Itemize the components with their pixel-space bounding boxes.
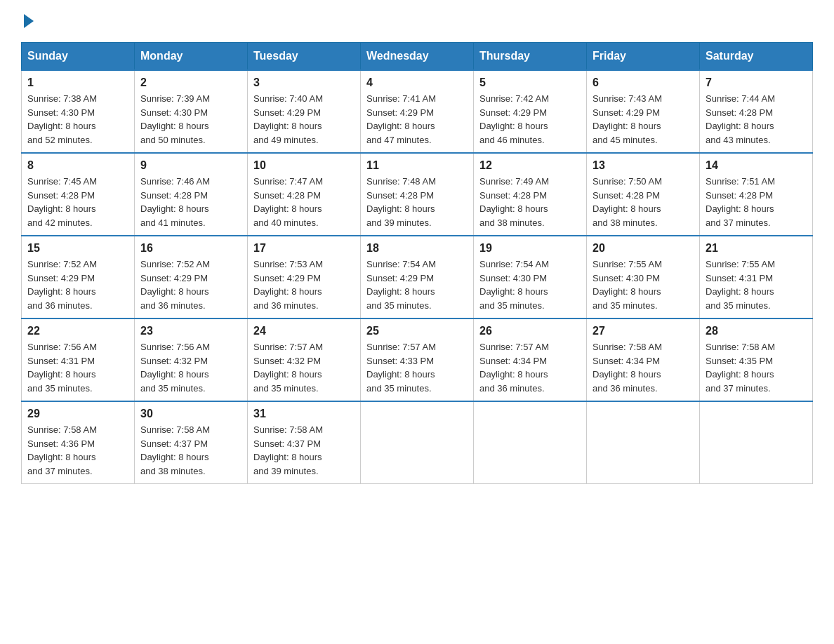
weekday-header-row: SundayMondayTuesdayWednesdayThursdayFrid… <box>22 43 813 71</box>
day-number: 31 <box>253 408 355 420</box>
day-number: 4 <box>366 76 468 89</box>
day-number: 17 <box>253 242 355 255</box>
calendar-cell: 5 Sunrise: 7:42 AM Sunset: 4:29 PM Dayli… <box>474 70 587 153</box>
day-number: 8 <box>27 159 128 172</box>
week-row-5: 29 Sunrise: 7:58 AM Sunset: 4:36 PM Dayl… <box>22 401 813 484</box>
day-info: Sunrise: 7:52 AM Sunset: 4:29 PM Dayligh… <box>140 257 241 312</box>
calendar-cell: 10 Sunrise: 7:47 AM Sunset: 4:28 PM Dayl… <box>248 153 361 236</box>
calendar-cell: 3 Sunrise: 7:40 AM Sunset: 4:29 PM Dayli… <box>248 70 361 153</box>
calendar-cell: 20 Sunrise: 7:55 AM Sunset: 4:30 PM Dayl… <box>587 236 700 318</box>
calendar-table: SundayMondayTuesdayWednesdayThursdayFrid… <box>21 42 813 484</box>
day-number: 13 <box>593 159 694 172</box>
day-info: Sunrise: 7:58 AM Sunset: 4:36 PM Dayligh… <box>27 423 128 478</box>
calendar-cell: 6 Sunrise: 7:43 AM Sunset: 4:29 PM Dayli… <box>587 70 700 153</box>
calendar-cell: 9 Sunrise: 7:46 AM Sunset: 4:28 PM Dayli… <box>135 153 248 236</box>
day-number: 1 <box>27 76 128 89</box>
day-info: Sunrise: 7:42 AM Sunset: 4:29 PM Dayligh… <box>479 92 581 147</box>
calendar-cell: 27 Sunrise: 7:58 AM Sunset: 4:34 PM Dayl… <box>587 318 700 401</box>
weekday-header-sunday: Sunday <box>22 43 135 71</box>
day-number: 14 <box>706 159 807 172</box>
calendar-cell: 23 Sunrise: 7:56 AM Sunset: 4:32 PM Dayl… <box>135 318 248 401</box>
calendar-cell: 30 Sunrise: 7:58 AM Sunset: 4:37 PM Dayl… <box>135 401 248 484</box>
logo <box>21 14 34 28</box>
day-number: 12 <box>479 159 581 172</box>
calendar-cell: 12 Sunrise: 7:49 AM Sunset: 4:28 PM Dayl… <box>474 153 587 236</box>
calendar-cell <box>361 401 474 484</box>
calendar-cell: 16 Sunrise: 7:52 AM Sunset: 4:29 PM Dayl… <box>135 236 248 318</box>
day-number: 18 <box>366 242 468 255</box>
day-number: 22 <box>27 325 128 337</box>
calendar-cell: 11 Sunrise: 7:48 AM Sunset: 4:28 PM Dayl… <box>361 153 474 236</box>
weekday-header-thursday: Thursday <box>474 43 587 71</box>
day-info: Sunrise: 7:58 AM Sunset: 4:37 PM Dayligh… <box>140 423 241 478</box>
day-info: Sunrise: 7:43 AM Sunset: 4:29 PM Dayligh… <box>593 92 694 147</box>
weekday-header-saturday: Saturday <box>700 43 813 71</box>
calendar-cell: 7 Sunrise: 7:44 AM Sunset: 4:28 PM Dayli… <box>700 70 813 153</box>
calendar-cell: 26 Sunrise: 7:57 AM Sunset: 4:34 PM Dayl… <box>474 318 587 401</box>
day-number: 6 <box>593 76 694 89</box>
calendar-cell: 29 Sunrise: 7:58 AM Sunset: 4:36 PM Dayl… <box>22 401 135 484</box>
day-info: Sunrise: 7:57 AM Sunset: 4:32 PM Dayligh… <box>253 340 355 395</box>
calendar-cell: 18 Sunrise: 7:54 AM Sunset: 4:29 PM Dayl… <box>361 236 474 318</box>
day-info: Sunrise: 7:55 AM Sunset: 4:31 PM Dayligh… <box>706 257 807 312</box>
calendar-cell: 28 Sunrise: 7:58 AM Sunset: 4:35 PM Dayl… <box>700 318 813 401</box>
calendar-cell: 8 Sunrise: 7:45 AM Sunset: 4:28 PM Dayli… <box>22 153 135 236</box>
day-number: 27 <box>593 325 694 337</box>
day-number: 24 <box>253 325 355 337</box>
weekday-header-wednesday: Wednesday <box>361 43 474 71</box>
day-number: 28 <box>706 325 807 337</box>
day-info: Sunrise: 7:47 AM Sunset: 4:28 PM Dayligh… <box>253 175 355 229</box>
day-info: Sunrise: 7:40 AM Sunset: 4:29 PM Dayligh… <box>253 92 355 147</box>
day-number: 30 <box>140 408 241 420</box>
day-number: 10 <box>253 159 355 172</box>
day-info: Sunrise: 7:50 AM Sunset: 4:28 PM Dayligh… <box>593 175 694 229</box>
day-info: Sunrise: 7:54 AM Sunset: 4:29 PM Dayligh… <box>366 257 468 312</box>
calendar-cell: 17 Sunrise: 7:53 AM Sunset: 4:29 PM Dayl… <box>248 236 361 318</box>
day-info: Sunrise: 7:56 AM Sunset: 4:32 PM Dayligh… <box>140 340 241 395</box>
weekday-header-tuesday: Tuesday <box>248 43 361 71</box>
day-info: Sunrise: 7:52 AM Sunset: 4:29 PM Dayligh… <box>27 257 128 312</box>
day-number: 29 <box>27 408 128 420</box>
day-info: Sunrise: 7:51 AM Sunset: 4:28 PM Dayligh… <box>706 175 807 229</box>
day-info: Sunrise: 7:45 AM Sunset: 4:28 PM Dayligh… <box>27 175 128 229</box>
calendar-cell: 21 Sunrise: 7:55 AM Sunset: 4:31 PM Dayl… <box>700 236 813 318</box>
calendar-cell: 14 Sunrise: 7:51 AM Sunset: 4:28 PM Dayl… <box>700 153 813 236</box>
calendar-cell <box>700 401 813 484</box>
day-number: 23 <box>140 325 241 337</box>
calendar-cell: 1 Sunrise: 7:38 AM Sunset: 4:30 PM Dayli… <box>22 70 135 153</box>
day-info: Sunrise: 7:44 AM Sunset: 4:28 PM Dayligh… <box>706 92 807 147</box>
day-number: 15 <box>27 242 128 255</box>
day-number: 2 <box>140 76 241 89</box>
calendar-cell: 4 Sunrise: 7:41 AM Sunset: 4:29 PM Dayli… <box>361 70 474 153</box>
day-info: Sunrise: 7:41 AM Sunset: 4:29 PM Dayligh… <box>366 92 468 147</box>
logo-arrow-icon <box>24 14 34 28</box>
calendar-cell: 31 Sunrise: 7:58 AM Sunset: 4:37 PM Dayl… <box>248 401 361 484</box>
calendar-cell: 13 Sunrise: 7:50 AM Sunset: 4:28 PM Dayl… <box>587 153 700 236</box>
day-info: Sunrise: 7:58 AM Sunset: 4:37 PM Dayligh… <box>253 423 355 478</box>
calendar-cell: 22 Sunrise: 7:56 AM Sunset: 4:31 PM Dayl… <box>22 318 135 401</box>
day-info: Sunrise: 7:58 AM Sunset: 4:34 PM Dayligh… <box>593 340 694 395</box>
calendar-cell <box>587 401 700 484</box>
calendar-cell: 24 Sunrise: 7:57 AM Sunset: 4:32 PM Dayl… <box>248 318 361 401</box>
day-number: 19 <box>479 242 581 255</box>
day-number: 25 <box>366 325 468 337</box>
week-row-2: 8 Sunrise: 7:45 AM Sunset: 4:28 PM Dayli… <box>22 153 813 236</box>
weekday-header-monday: Monday <box>135 43 248 71</box>
calendar-cell: 19 Sunrise: 7:54 AM Sunset: 4:30 PM Dayl… <box>474 236 587 318</box>
day-info: Sunrise: 7:39 AM Sunset: 4:30 PM Dayligh… <box>140 92 241 147</box>
calendar-cell <box>474 401 587 484</box>
day-info: Sunrise: 7:49 AM Sunset: 4:28 PM Dayligh… <box>479 175 581 229</box>
day-number: 5 <box>479 76 581 89</box>
day-number: 26 <box>479 325 581 337</box>
calendar-cell: 15 Sunrise: 7:52 AM Sunset: 4:29 PM Dayl… <box>22 236 135 318</box>
day-info: Sunrise: 7:46 AM Sunset: 4:28 PM Dayligh… <box>140 175 241 229</box>
weekday-header-friday: Friday <box>587 43 700 71</box>
day-number: 9 <box>140 159 241 172</box>
day-number: 3 <box>253 76 355 89</box>
day-info: Sunrise: 7:53 AM Sunset: 4:29 PM Dayligh… <box>253 257 355 312</box>
day-info: Sunrise: 7:57 AM Sunset: 4:34 PM Dayligh… <box>479 340 581 395</box>
week-row-3: 15 Sunrise: 7:52 AM Sunset: 4:29 PM Dayl… <box>22 236 813 318</box>
week-row-1: 1 Sunrise: 7:38 AM Sunset: 4:30 PM Dayli… <box>22 70 813 153</box>
day-info: Sunrise: 7:58 AM Sunset: 4:35 PM Dayligh… <box>706 340 807 395</box>
day-number: 7 <box>706 76 807 89</box>
